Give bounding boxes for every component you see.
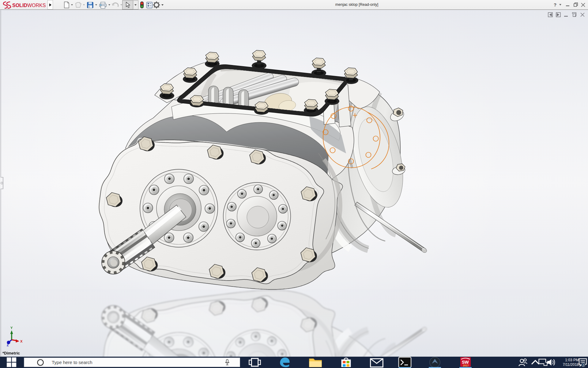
svg-text:Z: Z <box>7 343 9 347</box>
svg-text:SOLIDWORKS: SOLIDWORKS <box>12 3 46 8</box>
svg-text:Y: Y <box>10 326 13 330</box>
svg-text:?: ? <box>554 2 556 7</box>
svg-text:X: X <box>20 339 23 343</box>
svg-text:*Dimetric: *Dimetric <box>2 351 20 355</box>
svg-text:2017: 2017 <box>463 364 469 367</box>
